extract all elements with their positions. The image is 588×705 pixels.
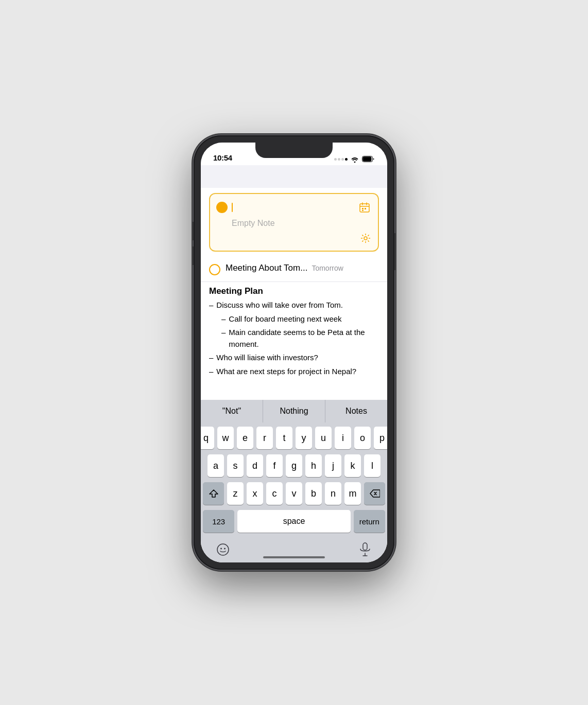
gear-icon-button[interactable] [359,232,372,244]
svg-rect-3 [362,208,364,209]
return-key[interactable]: return [354,510,385,533]
autocomplete-item-nothing[interactable]: Nothing [263,400,325,422]
keyboard-row-3: z x c v b n m [203,482,385,505]
key-q[interactable]: q [201,427,214,449]
side-button[interactable] [394,233,396,270]
space-key[interactable]: space [237,510,350,533]
list-item-text: What are next steps for project in Nepal… [216,366,356,378]
dash-icon: – [209,366,213,378]
meeting-item[interactable]: Meeting About Tom... Tomorrow [201,257,387,282]
delete-key[interactable] [364,482,385,505]
key-c[interactable]: c [266,482,283,505]
status-time: 10:54 [213,153,232,162]
volume-down-button[interactable] [192,246,194,265]
notes-list: – Discuss who will take over from Tom. –… [209,299,379,377]
list-item-text: Main candidate seems to be Peta at the m… [229,327,379,350]
key-j[interactable]: j [325,454,341,477]
dash-icon: – [209,299,213,311]
key-m[interactable]: m [344,482,361,505]
list-item: – Main candidate seems to be Peta at the… [209,327,379,350]
key-k[interactable]: k [344,454,361,477]
meeting-title: Meeting About Tom... [226,263,307,273]
key-f[interactable]: f [266,454,283,477]
svg-rect-4 [365,208,366,209]
autocomplete-bar: "Not" Nothing Notes [201,400,387,422]
key-g[interactable]: g [286,454,302,477]
key-p[interactable]: p [374,427,387,449]
note-placeholder: Empty Note [216,219,372,228]
autocomplete-item-notes[interactable]: Notes [325,400,387,422]
key-d[interactable]: d [247,454,263,477]
signal-icon [334,158,348,161]
key-h[interactable]: h [305,454,322,477]
phone-screen: 10:54 [201,143,387,562]
emoji-button[interactable] [215,542,231,557]
list-item: – Call for board meeting next week [209,313,379,325]
svg-rect-1 [363,157,372,162]
key-x[interactable]: x [247,482,263,505]
keyboard-row-4: 123 space return [203,510,385,533]
key-y[interactable]: y [296,427,312,449]
app-content: Empty Note Meeting About Tom... [201,165,387,562]
notes-content: Meeting Plan – Discuss who will take ove… [201,282,387,400]
note-card-header [216,200,372,215]
keyboard-row-1: q w e r t y u i o p [203,427,385,449]
key-u[interactable]: u [315,427,332,449]
autocomplete-item-not[interactable]: "Not" [201,400,263,422]
phone-device: 10:54 [194,135,394,570]
list-item: – Discuss who will take over from Tom. [209,299,379,311]
key-r[interactable]: r [256,427,273,449]
key-l[interactable]: l [364,454,381,477]
svg-rect-9 [363,543,367,550]
list-item-text: Discuss who will take over from Tom. [216,299,343,311]
note-input-area[interactable] [232,202,353,213]
note-card[interactable]: Empty Note [209,193,379,252]
notes-heading: Meeting Plan [209,286,379,296]
key-w[interactable]: w [217,427,234,449]
note-circle-icon [216,202,228,213]
keyboard: q w e r t y u i o p a s d f g [201,422,387,537]
volume-up-button[interactable] [192,222,194,240]
svg-point-7 [220,548,222,550]
battery-icon [362,156,375,162]
calendar-icon-button[interactable] [357,200,372,215]
key-s[interactable]: s [227,454,244,477]
mic-button[interactable] [357,542,373,557]
svg-point-8 [224,548,226,550]
bottom-bar [201,537,387,562]
key-a[interactable]: a [207,454,224,477]
dash-icon: – [221,313,226,325]
list-item-text: Call for board meeting next week [229,313,341,325]
text-cursor [232,203,233,212]
nav-bar [201,165,387,188]
status-icons [334,156,375,162]
key-n[interactable]: n [325,482,341,505]
svg-rect-5 [362,210,364,211]
list-item: – Who will liaise with investors? [209,352,379,364]
meeting-title-row: Meeting About Tom... Tomorrow [226,263,379,273]
num-key[interactable]: 123 [203,510,234,533]
shift-key[interactable] [203,482,224,505]
list-item: – What are next steps for project in Nep… [209,366,379,378]
meeting-circle-icon [209,264,220,275]
dash-icon: – [209,352,213,364]
key-e[interactable]: e [237,427,253,449]
key-o[interactable]: o [354,427,371,449]
keyboard-row-2: a s d f g h j k l [203,454,385,477]
wifi-icon [351,156,359,162]
svg-rect-2 [360,204,369,212]
meeting-info: Meeting About Tom... Tomorrow [226,263,379,273]
home-indicator [263,556,325,558]
note-card-footer [216,232,372,244]
key-i[interactable]: i [335,427,351,449]
svg-point-6 [217,544,229,555]
key-z[interactable]: z [227,482,244,505]
key-b[interactable]: b [305,482,322,505]
meeting-date: Tomorrow [312,264,343,272]
list-item-text: Who will liaise with investors? [216,352,318,364]
key-v[interactable]: v [286,482,302,505]
key-t[interactable]: t [276,427,292,449]
notch [255,143,333,158]
dash-icon: – [221,327,226,339]
